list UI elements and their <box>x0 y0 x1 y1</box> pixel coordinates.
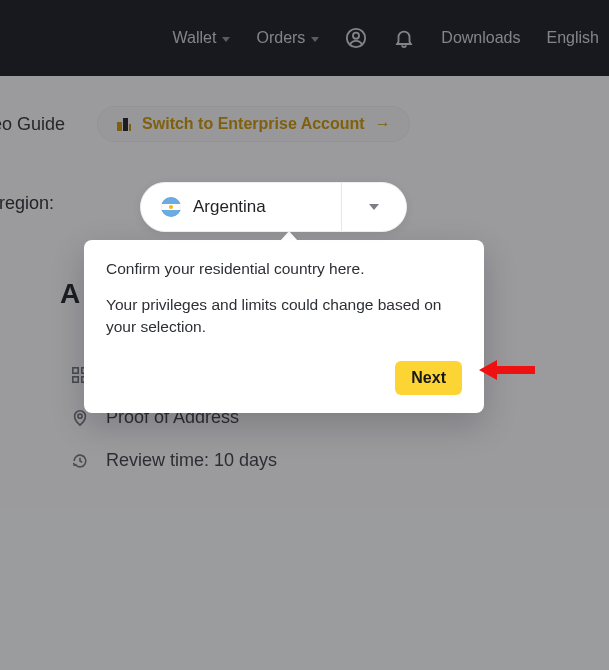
country-select-value: Argentina <box>193 197 266 217</box>
country-select[interactable]: Argentina <box>140 182 407 232</box>
chevron-down-icon <box>369 204 379 210</box>
popover-text-2: Your privileges and limits could change … <box>106 294 462 339</box>
callout-arrow-icon <box>479 360 535 380</box>
flag-argentina-icon <box>161 197 181 217</box>
next-button[interactable]: Next <box>395 361 462 395</box>
confirm-country-popover: Confirm your residential country here. Y… <box>84 240 484 413</box>
popover-text-1: Confirm your residential country here. <box>106 260 462 278</box>
country-select-toggle[interactable] <box>342 204 406 210</box>
country-select-main[interactable]: Argentina <box>141 197 341 217</box>
